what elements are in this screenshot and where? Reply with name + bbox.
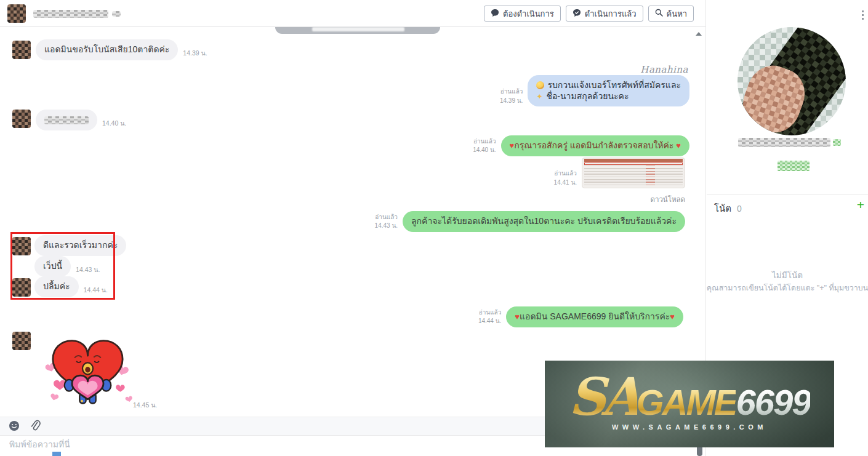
message-time: 14.44 น. — [465, 317, 501, 326]
message-time: 14.39 น. — [487, 97, 523, 106]
chat-header: ต้องดำเนินการ ดำเนินการแล้ว ค้นหา — [0, 0, 705, 27]
message-time: 14.43 น. — [76, 265, 100, 277]
chat-header-name-redacted — [33, 10, 108, 18]
message-meta: อ่านแล้ว 14.44 น. — [465, 308, 501, 327]
message-meta: อ่านแล้ว 14.39 น. — [487, 87, 523, 106]
message-bubble: รบกวนแจ้งเบอร์โทรศัพท์ที่สมัครและ ✦ชื่อ-… — [528, 75, 689, 106]
sagame6699-logo: SA GAME 6699 — [569, 372, 811, 422]
message-row: อ่านแล้ว 14.41 น. — [541, 158, 685, 188]
search-label: ค้นหา — [667, 7, 687, 20]
message-row: เว็ปนี้ 14.43 น. — [34, 256, 100, 277]
sagame6699-logo-banner: SA GAME 6699 WWW.SAGAME6699.COM — [545, 361, 834, 447]
message-time: 14.39 น. — [183, 48, 207, 60]
note-count: 0 — [737, 204, 742, 214]
customer-avatar — [12, 110, 31, 128]
scroll-up-arrow[interactable] — [696, 32, 702, 36]
date-divider-blurred-text — [312, 27, 404, 31]
message-time: 14.40 น. — [460, 146, 496, 155]
message-row: อ่านแล้ว 14.43 น. ลูกค้าจะได้รับยอดเดิมพ… — [362, 211, 685, 232]
panel-divider — [707, 194, 868, 195]
thumbnail-table-rows — [584, 166, 683, 186]
action-done-label: ดำเนินการแล้ว — [585, 7, 637, 20]
message-time: 14.44 น. — [84, 285, 108, 297]
note-section-header: โน้ต 0 — [714, 201, 742, 216]
profile-tag-redacted — [778, 161, 810, 171]
logo-sa-script: SA — [569, 372, 638, 422]
bet-record-image-thumbnail[interactable] — [582, 158, 685, 188]
profile-avatar — [737, 27, 846, 135]
thumbnail-highlight-row — [584, 162, 683, 165]
message-row: อ่านแล้ว 14.40 น. ♥กรุณารอสักครู่ แอดมิน… — [460, 135, 689, 156]
message-line-1: รบกวนแจ้งเบอร์โทรศัพท์ที่สมัครและ — [547, 80, 681, 90]
logo-game-text: GAME — [636, 385, 736, 419]
note-label: โน้ต — [714, 201, 731, 216]
add-note-button[interactable]: + — [857, 198, 864, 211]
text-cursor-artifact — [52, 452, 61, 456]
message-bubble: ♥แอดมิน SAGAME6699 ยินดีให้บริการค่ะ♥ — [506, 306, 683, 327]
heart-emoji-icon: ♥ — [670, 312, 675, 321]
read-label: อ่านแล้ว — [362, 213, 398, 222]
sparkles-emoji-icon: ✦ — [536, 92, 542, 101]
message-line-2: ชื่อ-นามสกุลด้วยนะคะ — [546, 91, 629, 101]
more-options-menu-icon[interactable] — [862, 10, 864, 20]
heart-emoji-icon: ♥ — [676, 141, 681, 150]
message-time: 14.41 น. — [541, 178, 577, 188]
customer-avatar — [12, 278, 31, 297]
line-chat-manager-window: ต้องดำเนินการ ดำเนินการแล้ว ค้นหา แอดมิน… — [0, 0, 868, 456]
message-bubble: ♥กรุณารอสักครู่ แอดมินกำลังตรวจสอบให้ค่ะ… — [501, 135, 689, 156]
message-bubble-redacted — [36, 110, 97, 130]
thumbnail-red-column — [646, 166, 655, 186]
search-icon — [655, 9, 663, 18]
note-empty-hint: คุณสามารถเขียนโน้ตได้โดยแตะ "+" ที่มุมขว… — [706, 282, 868, 294]
customer-avatar — [12, 332, 31, 350]
message-time: 14.43 น. — [362, 222, 398, 231]
action-needed-button[interactable]: ต้องดำเนินการ — [484, 6, 561, 22]
logo-6699-text: 6699 — [736, 385, 810, 419]
chat-header-name-redacted-2 — [112, 11, 121, 17]
message-bubble: ปลื้มค่ะ — [34, 276, 79, 297]
message-row: ดีและรวดเร็วมากค่ะ — [34, 235, 126, 256]
message-meta: อ่านแล้ว 14.43 น. — [362, 213, 398, 232]
message-row: 14.40 น. — [36, 110, 126, 130]
zany-face-emoji-icon — [536, 81, 544, 89]
read-label: อ่านแล้ว — [460, 137, 496, 146]
chat-bubble-icon — [491, 9, 499, 19]
message-bubble: เว็ปนี้ — [34, 256, 71, 277]
thumbnail-table-header — [584, 159, 683, 162]
message-bubble: ลูกค้าจะได้รับยอดเดิมพันสูงสุดใน10ตานะคะ… — [403, 211, 685, 232]
profile-name-badge-redacted — [833, 139, 841, 146]
search-button[interactable]: ค้นหา — [648, 6, 694, 22]
chat-bubble-check-icon — [573, 9, 581, 19]
note-empty-state: ไม่มีโน้ต คุณสามารถเขียนโน้ตได้โดยแตะ "+… — [706, 270, 868, 294]
message-bubble: ดีและรวดเร็วมากค่ะ — [34, 235, 126, 256]
profile-name-redacted — [738, 138, 830, 147]
message-row: อ่านแล้ว 14.44 น. ♥แอดมิน SAGAME6699 ยิน… — [465, 306, 683, 327]
download-link[interactable]: ดาวน์โหลด — [650, 194, 685, 205]
read-label: อ่านแล้ว — [487, 87, 523, 97]
message-row: ปลื้มค่ะ 14.44 น. — [34, 276, 108, 297]
message-row: แอดมินขอรับโบนัสเสีย10ตาติดค่ะ 14.39 น. — [36, 39, 207, 60]
message-text: แอดมิน SAGAME6699 ยินดีให้บริการค่ะ — [520, 311, 670, 321]
paperclip-attach-icon[interactable] — [30, 420, 41, 434]
message-text: กรุณารอสักครู่ แอดมินกำลังตรวจสอบให้ค่ะ — [514, 140, 673, 150]
message-bubble: แอดมินขอรับโบนัสเสีย10ตาติดค่ะ — [36, 39, 178, 60]
action-done-button[interactable]: ดำเนินการแล้ว — [566, 6, 643, 22]
header-button-group: ต้องดำเนินการ ดำเนินการแล้ว ค้นหา — [484, 6, 694, 22]
message-time: 14.40 น. — [102, 118, 126, 130]
message-meta: อ่านแล้ว 14.41 น. — [541, 169, 577, 188]
emoji-smiley-icon[interactable] — [9, 420, 20, 434]
sender-name: Hanahina — [640, 64, 688, 75]
redacted-text — [44, 116, 89, 124]
logo-website-url: WWW.SAGAME6699.COM — [612, 423, 767, 431]
customer-avatar — [12, 41, 31, 59]
message-time: 14.45 น. — [133, 400, 157, 410]
note-empty-title: ไม่มีโน้ต — [706, 270, 868, 282]
message-input[interactable] — [8, 439, 328, 450]
message-meta: อ่านแล้ว 14.40 น. — [460, 137, 496, 156]
customer-avatar — [12, 237, 31, 255]
message-row: อ่านแล้ว 14.39 น. รบกวนแจ้งเบอร์โทรศัพท์… — [487, 75, 689, 106]
read-label: อ่านแล้ว — [465, 308, 501, 318]
read-label: อ่านแล้ว — [541, 169, 577, 178]
chat-header-avatar — [7, 4, 26, 23]
heart-emoji-icon: ♥ — [515, 312, 520, 321]
